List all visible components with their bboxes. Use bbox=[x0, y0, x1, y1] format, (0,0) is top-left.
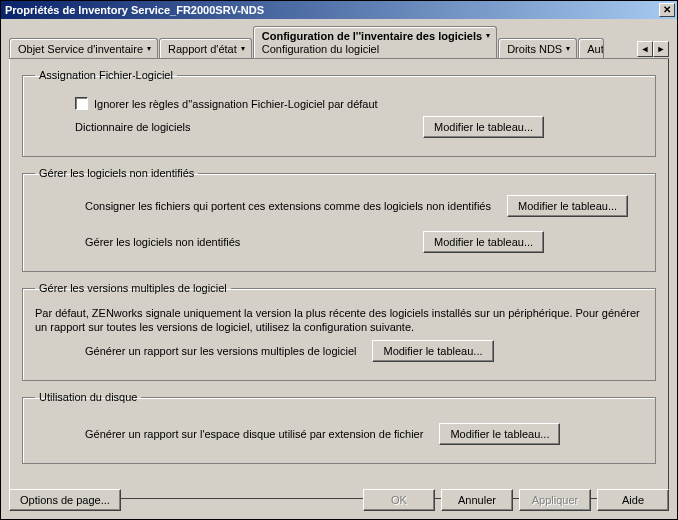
tab-software-inventory-config[interactable]: Configuration de l''inventaire des logic… bbox=[253, 26, 497, 58]
ok-button[interactable]: OK bbox=[363, 489, 435, 511]
group-legend: Gérer les logiciels non identifiés bbox=[35, 167, 198, 179]
modify-table-button[interactable]: Modifier le tableau... bbox=[507, 195, 628, 217]
software-dictionary-label: Dictionnaire de logiciels bbox=[75, 121, 423, 133]
row-disk-generate: Générer un rapport sur l'espace disque u… bbox=[35, 423, 643, 445]
footer: Options de page... OK Annuler Appliquer … bbox=[9, 489, 669, 511]
tab-nds-rights[interactable]: Droits NDS ▾ bbox=[498, 38, 577, 58]
row-log-extensions: Consigner les fichiers qui portent ces e… bbox=[35, 195, 643, 217]
tabs: Objet Service d'inventaire ▾ Rapport d'é… bbox=[9, 25, 637, 58]
content-panel: Assignation Fichier-Logiciel Ignorer les… bbox=[9, 59, 669, 499]
manage-unidentified-label: Gérer les logiciels non identifiés bbox=[85, 236, 423, 248]
chevron-down-icon: ▾ bbox=[147, 45, 151, 53]
group-unidentified-software: Gérer les logiciels non identifiés Consi… bbox=[22, 167, 656, 272]
modify-table-button[interactable]: Modifier le tableau... bbox=[423, 116, 544, 138]
page-options-button[interactable]: Options de page... bbox=[9, 489, 121, 511]
chevron-down-icon: ▾ bbox=[486, 32, 490, 40]
chevron-down-icon: ▾ bbox=[566, 45, 570, 53]
row-multiver-generate: Générer un rapport sur les versions mult… bbox=[35, 340, 643, 362]
tab-scroll-left[interactable]: ◄ bbox=[637, 41, 653, 57]
group-legend: Assignation Fichier-Logiciel bbox=[35, 69, 177, 81]
chevron-down-icon: ▾ bbox=[241, 45, 245, 53]
tab-sublabel: Configuration du logiciel bbox=[262, 42, 379, 55]
apply-button[interactable]: Appliquer bbox=[519, 489, 591, 511]
tab-scroll-right[interactable]: ► bbox=[653, 41, 669, 57]
tab-inventory-object[interactable]: Objet Service d'inventaire ▾ bbox=[9, 38, 158, 58]
modify-table-button[interactable]: Modifier le tableau... bbox=[372, 340, 493, 362]
log-extensions-label: Consigner les fichiers qui portent ces e… bbox=[85, 200, 491, 212]
disk-generate-label: Générer un rapport sur l'espace disque u… bbox=[85, 428, 423, 440]
triangle-left-icon: ◄ bbox=[641, 44, 650, 54]
close-icon: ✕ bbox=[663, 5, 671, 15]
group-disk-usage: Utilisation du disque Générer un rapport… bbox=[22, 391, 656, 464]
window-title: Propriétés de Inventory Service_FR2000SR… bbox=[5, 4, 264, 16]
group-legend: Gérer les versions multiples de logiciel bbox=[35, 282, 231, 294]
triangle-right-icon: ► bbox=[657, 44, 666, 54]
multiver-description: Par défaut, ZENworks signale uniquement … bbox=[35, 306, 643, 334]
ignore-defaults-label: Ignorer les règles d''assignation Fichie… bbox=[94, 98, 378, 110]
close-button[interactable]: ✕ bbox=[659, 3, 675, 17]
titlebar: Propriétés de Inventory Service_FR2000SR… bbox=[1, 1, 677, 19]
group-file-software-assignment: Assignation Fichier-Logiciel Ignorer les… bbox=[22, 69, 656, 157]
tab-label: Objet Service d'inventaire bbox=[18, 43, 143, 55]
row-manage-unidentified: Gérer les logiciels non identifiés Modif… bbox=[35, 231, 643, 253]
tab-label: Rapport d'état bbox=[168, 43, 237, 55]
group-legend: Utilisation du disque bbox=[35, 391, 141, 403]
multiver-generate-label: Générer un rapport sur les versions mult… bbox=[85, 345, 356, 357]
row-ignore-default: Ignorer les règles d''assignation Fichie… bbox=[35, 97, 643, 110]
modify-table-button[interactable]: Modifier le tableau... bbox=[439, 423, 560, 445]
tab-label: Aut bbox=[587, 43, 604, 55]
tab-scroll-controls: ◄ ► bbox=[637, 25, 669, 58]
row-software-dictionary: Dictionnaire de logiciels Modifier le ta… bbox=[35, 116, 643, 138]
tab-label: Droits NDS bbox=[507, 43, 562, 55]
ignore-defaults-checkbox[interactable] bbox=[75, 97, 88, 110]
tab-other-truncated[interactable]: Aut bbox=[578, 38, 604, 58]
group-multiple-versions: Gérer les versions multiples de logiciel… bbox=[22, 282, 656, 381]
tab-status-report[interactable]: Rapport d'état ▾ bbox=[159, 38, 252, 58]
window: Propriétés de Inventory Service_FR2000SR… bbox=[0, 0, 678, 520]
tab-bar: Objet Service d'inventaire ▾ Rapport d'é… bbox=[9, 25, 669, 59]
help-button[interactable]: Aide bbox=[597, 489, 669, 511]
modify-table-button[interactable]: Modifier le tableau... bbox=[423, 231, 544, 253]
cancel-button[interactable]: Annuler bbox=[441, 489, 513, 511]
tab-label: Configuration de l''inventaire des logic… bbox=[262, 30, 482, 42]
